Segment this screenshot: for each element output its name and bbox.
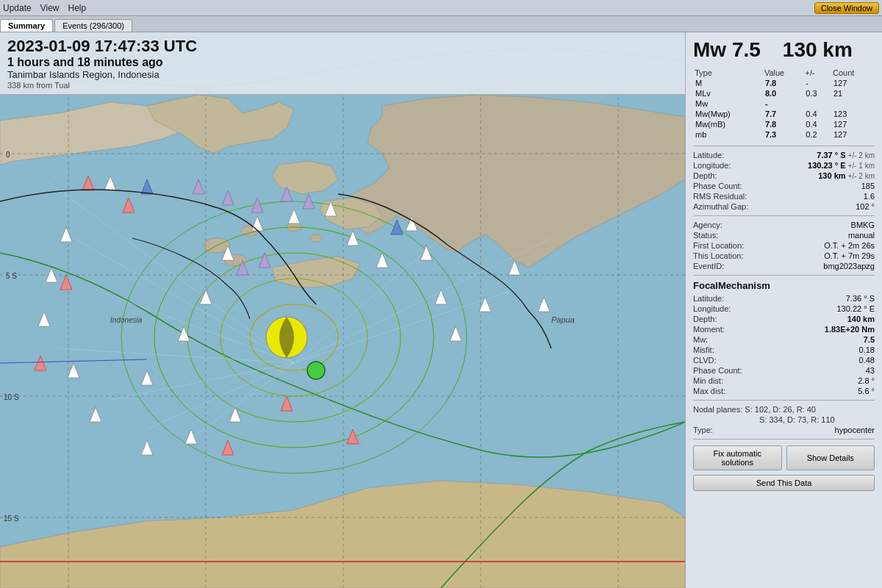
- event-id-label: EventID:: [693, 262, 724, 270]
- fm-clvd-row: CLVD: 0.48: [693, 356, 875, 365]
- fm-clvd-label: CLVD:: [693, 356, 717, 365]
- event-id-row: EventID: bmg2023apzg: [693, 262, 875, 270]
- nodal-type-label: Type:: [693, 426, 713, 434]
- depth-pm: +/- 2 km: [848, 172, 875, 180]
- depth-label: Depth:: [693, 171, 717, 180]
- fm-depth-label: Depth:: [693, 315, 717, 323]
- fm-max-dist-value: 5.6 °: [858, 387, 875, 395]
- fm-max-dist-label: Max dist:: [693, 387, 725, 395]
- magnitude-table: Type Value +/- Count M7.8-127MLv8.00.321…: [693, 68, 875, 140]
- latitude-label: Latitude:: [693, 151, 724, 159]
- close-window-button[interactable]: Close Window: [814, 2, 879, 14]
- this-loc-label: This Location:: [693, 251, 743, 260]
- svg-text:Papua: Papua: [551, 315, 575, 324]
- az-gap-row: Azimuthal Gap: 102 °: [693, 202, 875, 211]
- fm-phase-count-label: Phase Count:: [693, 366, 742, 375]
- fm-mw-value: 7.5: [864, 335, 875, 344]
- nodal-plane1: S: 102, D: 26, R: 40: [745, 405, 816, 414]
- depth-km-value: 130 km: [818, 171, 845, 180]
- this-loc-value: O.T. + 7m 29s: [824, 251, 875, 260]
- first-loc-label: First Location:: [693, 241, 744, 250]
- tab-events[interactable]: Events (296/300): [54, 19, 132, 32]
- phase-count-row: Phase Count: 185: [693, 182, 875, 190]
- table-row: Mw-: [693, 98, 875, 109]
- fm-misfit-row: Misfit: 0.18: [693, 345, 875, 354]
- nodal-type-row: Type: hypocenter: [693, 426, 875, 434]
- magnitude-value: Mw 7.5: [693, 38, 761, 62]
- tabs: Summary Events (296/300): [0, 16, 882, 32]
- table-row: MLv8.00.321: [693, 88, 875, 98]
- fm-mw-label: Mw:: [693, 335, 708, 344]
- focal-mechanism-title: FocalMechanism: [693, 280, 875, 291]
- col-count: Count: [831, 68, 875, 78]
- longitude-label: Longitude:: [693, 161, 731, 170]
- mag-depth-header: Mw 7.5 130 km: [693, 38, 875, 62]
- right-panel: Mw 7.5 130 km Type Value +/- Count M7.8-…: [685, 32, 882, 588]
- first-loc-row: First Location: O.T. + 2m 26s: [693, 241, 875, 250]
- map-svg: 120 E 125 E 130 E 135 E 140 E 0 5 S 10 S…: [0, 32, 685, 588]
- depth-row: Depth: 130 km +/- 2 km: [693, 171, 875, 180]
- nodal-planes-label: Nodal planes: S: 102, D: 26, R: 40: [693, 405, 875, 414]
- bottom-buttons: Fix automatic solutions Show Details: [693, 445, 875, 470]
- fm-moment-value: 1.83E+20 Nm: [825, 325, 875, 334]
- event-distance: 338 km from Tual: [7, 81, 678, 90]
- fm-phase-count-value: 43: [866, 366, 875, 375]
- fm-depth-value: 140 km: [847, 315, 875, 323]
- show-details-button[interactable]: Show Details: [786, 445, 875, 470]
- fm-latitude-row: Latitude: 7.36 ° S: [693, 294, 875, 303]
- menu-bar: Update View Help: [3, 3, 86, 13]
- send-this-data-button[interactable]: Send This Data: [693, 475, 875, 491]
- az-gap-label: Azimuthal Gap:: [693, 202, 748, 211]
- map-header: 2023-01-09 17:47:33 UTC 1 hours and 18 m…: [0, 32, 685, 95]
- first-loc-value: O.T. + 2m 26s: [824, 241, 875, 250]
- agency-row: Agency: BMKG: [693, 220, 875, 229]
- fm-latitude-label: Latitude:: [693, 294, 724, 303]
- latitude-value: 7.37 ° S: [817, 151, 845, 159]
- tab-summary[interactable]: Summary: [0, 19, 53, 32]
- agency-label: Agency:: [693, 220, 723, 229]
- fm-moment-label: Moment:: [693, 325, 725, 334]
- phase-count-label: Phase Count:: [693, 182, 742, 190]
- latitude-row: Latitude: 7.37 ° S +/- 2 km: [693, 151, 875, 159]
- longitude-row: Longitude: 130.23 ° E +/- 1 km: [693, 161, 875, 170]
- menu-update[interactable]: Update: [3, 3, 32, 13]
- az-gap-value: 102 °: [856, 202, 875, 211]
- table-row: M7.8-127: [693, 78, 875, 88]
- longitude-value: 130.23 ° E: [808, 161, 846, 170]
- svg-point-5: [310, 234, 322, 242]
- fm-latitude-value: 7.36 ° S: [846, 294, 875, 303]
- menu-help[interactable]: Help: [68, 3, 87, 13]
- map-area[interactable]: 2023-01-09 17:47:33 UTC 1 hours and 18 m…: [0, 32, 685, 588]
- svg-text:15 S: 15 S: [4, 514, 19, 523]
- fix-automatic-button[interactable]: Fix automatic solutions: [693, 445, 782, 470]
- longitude-pm: +/- 1 km: [848, 162, 875, 170]
- status-row: Status: manual: [693, 231, 875, 240]
- fm-longitude-value: 130.22 ° E: [837, 304, 875, 313]
- event-datetime: 2023-01-09 17:47:33 UTC: [7, 37, 678, 56]
- fm-misfit-value: 0.18: [859, 345, 875, 354]
- svg-text:5 S: 5 S: [6, 272, 17, 280]
- agency-value: BMKG: [851, 220, 875, 229]
- col-value: Value: [763, 68, 803, 78]
- fm-longitude-label: Longitude:: [693, 304, 731, 313]
- fm-longitude-row: Longitude: 130.22 ° E: [693, 304, 875, 313]
- fm-max-dist-row: Max dist: 5.6 °: [693, 387, 875, 395]
- menu-view[interactable]: View: [40, 3, 60, 13]
- nodal-plane2: S: 334, D: 73, R: 110: [759, 415, 875, 424]
- rms-label: RMS Residual:: [693, 192, 747, 201]
- fm-min-dist-value: 2.8 °: [858, 376, 875, 385]
- svg-text:0: 0: [6, 151, 10, 159]
- col-pm: +/-: [803, 68, 831, 78]
- this-loc-row: This Location: O.T. + 7m 29s: [693, 251, 875, 260]
- svg-text:Indonesia: Indonesia: [110, 316, 143, 324]
- table-row: mb7.30.2127: [693, 129, 875, 140]
- fm-depth-row: Depth: 140 km: [693, 315, 875, 323]
- fm-clvd-value: 0.48: [859, 356, 875, 365]
- col-type: Type: [693, 68, 763, 78]
- top-bar: Update View Help Close Window: [0, 0, 882, 16]
- table-row: Mw(Mwp)7.70.4123: [693, 109, 875, 119]
- fm-mw-row: Mw: 7.5: [693, 335, 875, 344]
- rms-row: RMS Residual: 1.6: [693, 192, 875, 201]
- svg-point-41: [307, 362, 325, 379]
- fm-min-dist-label: Min dist:: [693, 376, 723, 385]
